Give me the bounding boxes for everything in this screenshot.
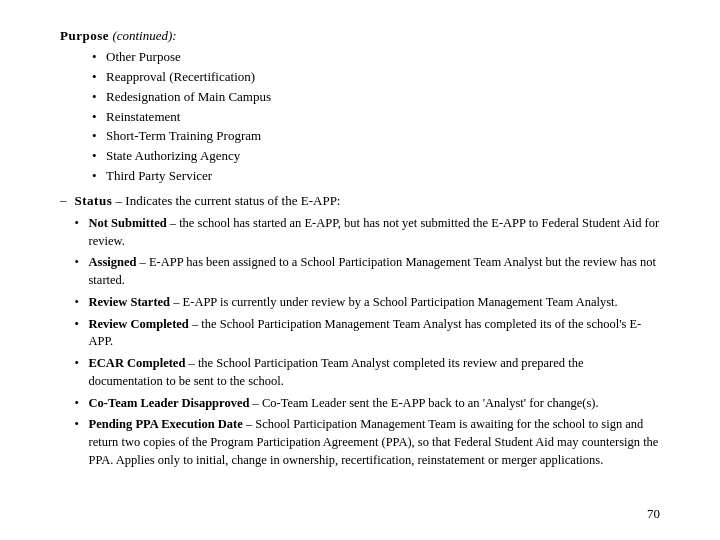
page: Purpose (continued): Other PurposeReappr… — [0, 0, 720, 540]
status-item-dash: – — [167, 216, 180, 230]
status-bullet-item: Not Submitted – the school has started a… — [75, 215, 661, 251]
status-bullet-item: Review Completed – the School Participat… — [75, 316, 661, 352]
status-bullet-item: Review Started – E-APP is currently unde… — [75, 294, 661, 312]
purpose-bullet-item: State Authorizing Agency — [92, 147, 660, 166]
status-section: – Status – Indicates the current status … — [60, 192, 660, 474]
status-item-term: Review Completed — [89, 317, 189, 331]
status-item-term: Pending PPA Execution Date — [89, 417, 243, 431]
status-bullet-item: Assigned – E-APP has been assigned to a … — [75, 254, 661, 290]
status-item-term: ECAR Completed — [89, 356, 186, 370]
purpose-bullet-item: Reapproval (Recertification) — [92, 68, 660, 87]
status-item-dash: – — [170, 295, 183, 309]
purpose-bullet-item: Short-Term Training Program — [92, 127, 660, 146]
status-sub-bullet-list: Not Submitted – the school has started a… — [75, 215, 661, 470]
purpose-bullet-list: Other PurposeReapproval (Recertification… — [92, 48, 660, 186]
status-dash2: – — [116, 193, 126, 208]
status-bullet-item: ECAR Completed – the School Participatio… — [75, 355, 661, 391]
heading-continued: (continued): — [112, 28, 176, 43]
status-item-text: E-APP is currently under review by a Sch… — [183, 295, 618, 309]
status-item-dash: – — [136, 255, 149, 269]
purpose-bullet-item: Third Party Servicer — [92, 167, 660, 186]
heading-label: Purpose — [60, 28, 109, 43]
purpose-bullet-item: Other Purpose — [92, 48, 660, 67]
status-item-dash: – — [243, 417, 256, 431]
status-item-term: Assigned — [89, 255, 137, 269]
page-number: 70 — [647, 506, 660, 522]
status-item-dash: – — [185, 356, 198, 370]
status-label: Status — [75, 193, 113, 208]
status-bullet-item: Co-Team Leader Disapproved – Co-Team Lea… — [75, 395, 661, 413]
status-bullet-item: Pending PPA Execution Date – School Part… — [75, 416, 661, 469]
status-dash: – — [60, 192, 67, 208]
status-description: Indicates the current status of the E-AP… — [125, 193, 340, 208]
status-item-text: E-APP has been assigned to a School Part… — [89, 255, 656, 287]
status-content: Status – Indicates the current status of… — [75, 192, 661, 474]
status-item-text: Co-Team Leader sent the E-APP back to an… — [262, 396, 599, 410]
status-intro: Status – Indicates the current status of… — [75, 193, 341, 208]
status-item-term: Review Started — [89, 295, 171, 309]
status-item-dash: – — [189, 317, 202, 331]
status-item-dash: – — [249, 396, 262, 410]
section-heading-line: Purpose (continued): — [60, 28, 660, 44]
status-item-term: Co-Team Leader Disapproved — [89, 396, 250, 410]
purpose-bullet-item: Reinstatement — [92, 108, 660, 127]
purpose-bullet-item: Redesignation of Main Campus — [92, 88, 660, 107]
status-item-term: Not Submitted — [89, 216, 167, 230]
